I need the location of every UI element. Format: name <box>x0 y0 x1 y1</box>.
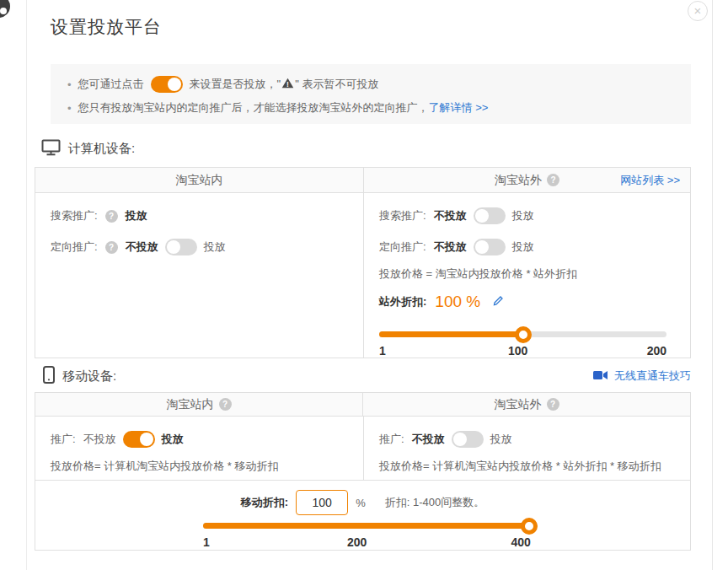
slider-fill <box>203 523 529 529</box>
bullet-icon: • <box>67 102 72 115</box>
computer-offsite-target-row: 定向推广: 不投放 投放 <box>379 235 675 259</box>
toggle-knob <box>168 78 181 91</box>
computer-onsite-search-row: 搜索推广: ? 投放 <box>51 204 348 228</box>
learn-more-link[interactable]: 了解详情 >> <box>429 100 489 116</box>
mobile-onsite-header-label: 淘宝站内 <box>167 397 214 412</box>
slider-knob[interactable] <box>515 326 532 343</box>
computer-onsite-target-toggle[interactable] <box>165 239 197 255</box>
wireless-tips-link[interactable]: 无线直通车技巧 <box>614 369 691 382</box>
mobile-onsite-cell: 推广: 不投放 投放 投放价格= 计算机淘宝站内投放价格 * 移动折扣 <box>35 417 363 480</box>
partial-corner-badge-icon <box>0 0 10 18</box>
mobile-discount-input[interactable] <box>296 490 348 515</box>
slider-scale: 1 200 400 <box>203 535 538 552</box>
notice2-text: 您只有投放淘宝站内的定向推广后，才能选择投放淘宝站外的定向推广， <box>78 100 429 116</box>
computer-table: 淘宝站内 淘宝站外 ? 网站列表 >> 搜索推广: ? 投放 定向推广: ? 不… <box>35 167 691 358</box>
mobile-offsite-promo-toggle[interactable] <box>452 431 484 448</box>
computer-offsite-header: 淘宝站外 ? 网站列表 >> <box>363 168 690 192</box>
dialog-left-border <box>26 0 27 570</box>
mobile-discount-label: 移动折扣: <box>241 495 288 510</box>
computer-onsite-cell: 搜索推广: ? 投放 定向推广: ? 不投放 投放 <box>35 193 363 358</box>
computer-offsite-search-row: 搜索推广: 不投放 投放 <box>379 204 675 228</box>
mobile-table: 淘宝站内 ? 淘宝站外 ? 推广: 不投放 投放 投放价格= 计算机淘宝站内投放… <box>35 392 691 551</box>
target-promo-label: 定向推广: <box>51 239 98 255</box>
promo-label: 推广: <box>379 432 404 447</box>
mobile-onsite-price-formula: 投放价格= 计算机淘宝站内投放价格 * 移动折扣 <box>51 459 348 476</box>
slider-max-label: 400 <box>511 535 530 549</box>
search-promo-label: 搜索推广: <box>379 208 426 223</box>
mobile-discount-slider: 1 200 400 <box>203 523 538 552</box>
mobile-onsite-promo-row: 推广: 不投放 投放 <box>51 428 348 451</box>
toggle-knob <box>453 433 467 446</box>
mobile-onsite-promo-toggle[interactable] <box>123 431 155 448</box>
computer-onsite-header: 淘宝站内 <box>35 168 363 192</box>
percent-unit-label: % <box>356 497 366 509</box>
toggle-knob <box>475 209 489 223</box>
computer-offsite-cell: 搜索推广: 不投放 投放 定向推广: 不投放 投放 投放价格 = 淘宝站内投放价… <box>363 193 690 358</box>
toggle-knob <box>140 433 153 446</box>
slider-mid-label: 100 <box>508 344 527 358</box>
computer-offsite-search-toggle[interactable] <box>474 207 506 224</box>
promo-label: 推广: <box>51 432 76 447</box>
search-on-label: 投放 <box>512 208 534 223</box>
computer-section-title: 计算机设备: <box>68 141 135 157</box>
mobile-discount-row: 移动折扣: % 折扣: 1-400间整数。 1 200 400 <box>35 481 690 551</box>
offsite-discount-label: 站外折扣: <box>379 294 426 309</box>
computer-onsite-target-row: 定向推广: ? 不投放 投放 <box>51 235 348 259</box>
notice-line-1: • 您可通过点击 来设置是否投放，" ! " 表示暂不可投放 <box>67 74 674 94</box>
slider-max-label: 200 <box>647 344 666 358</box>
notice1-before: 您可通过点击 <box>78 77 144 92</box>
bullet-icon: • <box>67 78 72 91</box>
help-icon[interactable]: ? <box>105 210 118 223</box>
computer-offsite-target-toggle[interactable] <box>474 239 506 255</box>
promo-off-label: 不投放 <box>83 432 116 447</box>
set-platform-dialog: × 设置投放平台 • 您可通过点击 来设置是否投放，" ! " 表示暂不可投放 … <box>0 0 728 570</box>
page-title: 设置投放平台 <box>51 15 162 39</box>
close-icon[interactable]: × <box>688 1 708 21</box>
help-icon[interactable]: ? <box>219 398 232 411</box>
offsite-discount-slider: 1 100 200 <box>379 331 666 361</box>
video-camera-icon <box>593 370 611 383</box>
promo-on-label: 投放 <box>162 432 184 447</box>
slider-area: 1 200 400 <box>203 523 538 552</box>
slider-track[interactable] <box>379 331 666 337</box>
target-off-label: 不投放 <box>126 239 158 255</box>
svg-text:!: ! <box>286 80 289 89</box>
mobile-offsite-header-label: 淘宝站外 <box>495 397 542 412</box>
computer-section-heading: 计算机设备: <box>41 139 135 159</box>
slider-track[interactable] <box>203 523 538 529</box>
mobile-offsite-cell: 推广: 不投放 投放 投放价格= 计算机淘宝站内投放价格 * 站外折扣 * 移动… <box>363 417 690 480</box>
slider-scale: 1 100 200 <box>379 344 666 361</box>
computer-icon <box>41 139 61 159</box>
badge-dot <box>0 8 7 14</box>
help-icon[interactable]: ? <box>547 398 559 411</box>
computer-onsite-header-label: 淘宝站内 <box>176 173 223 188</box>
promo-on-label: 投放 <box>490 432 512 447</box>
notice1-after: " 表示暂不可投放 <box>295 77 378 92</box>
slider-min-label: 1 <box>203 535 210 549</box>
help-icon[interactable]: ? <box>105 241 118 254</box>
slider-knob[interactable] <box>521 518 538 535</box>
mobile-offsite-header: 淘宝站外 ? <box>363 393 690 416</box>
toggle-knob <box>475 240 489 254</box>
example-toggle[interactable] <box>151 76 183 93</box>
target-promo-label: 定向推广: <box>379 239 426 255</box>
website-list-link[interactable]: 网站列表 >> <box>620 173 680 188</box>
slider-min-label: 1 <box>379 344 386 358</box>
search-off-label: 不投放 <box>434 208 467 223</box>
wireless-tips-row: 无线直通车技巧 <box>0 368 691 384</box>
mobile-offsite-price-formula: 投放价格= 计算机淘宝站内投放价格 * 站外折扣 * 移动折扣 <box>379 459 675 476</box>
search-promo-status: 投放 <box>126 208 147 223</box>
notice-line-2: • 您只有投放淘宝站内的定向推广后，才能选择投放淘宝站外的定向推广， 了解详情 … <box>67 98 674 118</box>
toggle-knob <box>167 240 180 254</box>
computer-table-header: 淘宝站内 淘宝站外 ? 网站列表 >> <box>35 168 690 193</box>
target-off-label: 不投放 <box>434 239 467 255</box>
target-on-label: 投放 <box>512 239 534 255</box>
warning-triangle-icon: ! <box>281 78 294 91</box>
promo-off-label: 不投放 <box>412 432 445 447</box>
edit-pencil-icon[interactable] <box>492 294 505 310</box>
notice-box: • 您可通过点击 来设置是否投放，" ! " 表示暂不可投放 • 您只有投放淘宝… <box>51 64 691 124</box>
help-icon[interactable]: ? <box>547 174 559 186</box>
mobile-offsite-promo-row: 推广: 不投放 投放 <box>379 428 675 451</box>
search-promo-label: 搜索推广: <box>51 208 98 223</box>
offsite-discount-line: 站外折扣: 100 % <box>379 291 675 313</box>
